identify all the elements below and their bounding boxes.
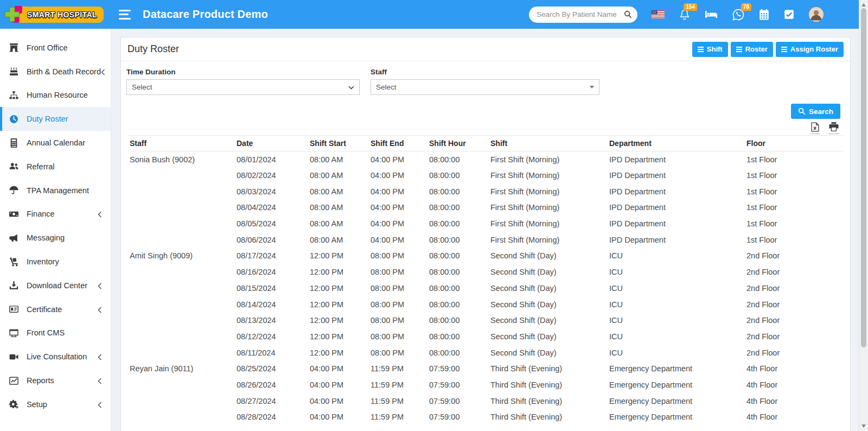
table-cell: 04:00 PM bbox=[308, 377, 368, 393]
sidebar-item-front-cms[interactable]: Front CMS bbox=[0, 321, 111, 345]
sidebar-item-download-center[interactable]: Download Center bbox=[0, 274, 111, 297]
sidebar-item-label: Download Center bbox=[27, 281, 87, 290]
sidebar-item-inventory[interactable]: Inventory bbox=[0, 250, 111, 274]
sidebar-item-live-consultation[interactable]: Live Consultation bbox=[0, 345, 111, 369]
list-icon bbox=[736, 47, 742, 52]
sidebar-item-referral[interactable]: Referral bbox=[0, 155, 111, 179]
assign-roster-button[interactable]: Assign Roster bbox=[776, 42, 844, 57]
table-cell: Reyan Jain (9011) bbox=[127, 360, 234, 377]
table-row: 08/28/202404:00 PM11:59 PM07:59:00Third … bbox=[127, 409, 844, 426]
table-row: 08/15/202412:00 PM08:00 PM08:00:00Second… bbox=[127, 280, 844, 296]
calendar-icon[interactable] bbox=[759, 9, 769, 20]
search-icon[interactable] bbox=[624, 10, 632, 18]
table-cell: 08:00:00 bbox=[427, 232, 488, 248]
sidebar-item-human-resource[interactable]: Human Resource bbox=[0, 84, 111, 107]
table-cell bbox=[127, 200, 234, 216]
table-cell: 1st Floor bbox=[744, 167, 844, 183]
flag-icon[interactable] bbox=[652, 10, 665, 18]
sidebar-item-annual-calendar[interactable]: Annual Calendar bbox=[0, 131, 111, 155]
button-label: Assign Roster bbox=[790, 45, 838, 53]
app-logo[interactable]: SMART HOSPITAL bbox=[0, 0, 111, 29]
table-header-row: StaffDateShift StartShift EndShift HourS… bbox=[127, 136, 844, 151]
table-cell bbox=[127, 280, 234, 296]
sidebar-item-finance[interactable]: Finance bbox=[0, 202, 111, 226]
table-cell bbox=[127, 264, 234, 280]
roster-table-body: Sonia Bush (9002)08/01/202408:00 AM04:00… bbox=[127, 151, 844, 426]
table-cell: 08:00:00 bbox=[427, 280, 488, 296]
table-cell bbox=[127, 409, 234, 426]
table-cell: 08/11/2024 bbox=[234, 345, 308, 361]
table-cell: Second Shift (Day) bbox=[488, 345, 607, 361]
table-cell: 08/12/2024 bbox=[234, 328, 308, 345]
excel-icon[interactable] bbox=[810, 122, 820, 134]
sidebar-item-tpa-management[interactable]: TPA Management bbox=[0, 179, 111, 202]
print-icon[interactable] bbox=[828, 122, 839, 134]
patient-search bbox=[529, 7, 637, 23]
table-row: 08/03/202408:00 AM04:00 PM08:00:00First … bbox=[127, 183, 844, 200]
table-cell: 08/06/2024 bbox=[234, 232, 308, 248]
table-cell: 08:00:00 bbox=[427, 248, 488, 264]
table-cell: 08/15/2024 bbox=[234, 280, 308, 296]
vertical-scrollbar[interactable] bbox=[859, 0, 868, 431]
column-header-shift-start: Shift Start bbox=[308, 136, 368, 151]
chevron-left-icon bbox=[98, 306, 102, 313]
sidebar-item-label: Referral bbox=[27, 162, 55, 171]
bed-icon[interactable] bbox=[705, 10, 718, 19]
time-duration-select[interactable]: Select bbox=[126, 79, 360, 95]
table-cell: 08:00 AM bbox=[308, 232, 368, 248]
search-button[interactable]: Search bbox=[791, 104, 840, 119]
table-row: 08/14/202412:00 PM08:00 PM08:00:00Second… bbox=[127, 296, 844, 313]
scroll-down-arrow[interactable] bbox=[861, 424, 866, 428]
bell-icon[interactable]: 154 bbox=[679, 9, 690, 21]
sidebar-item-messaging[interactable]: Messaging bbox=[0, 226, 111, 250]
whatsapp-icon[interactable]: 78 bbox=[732, 9, 744, 21]
sidebar-item-label: Annual Calendar bbox=[27, 138, 85, 147]
sidebar-item-reports[interactable]: Reports bbox=[0, 369, 111, 392]
sidebar-item-label: Duty Roster bbox=[27, 115, 68, 123]
table-cell: Emergency Department bbox=[607, 409, 744, 426]
table-cell: 4th Floor bbox=[744, 409, 844, 426]
umbrella-icon bbox=[9, 186, 20, 195]
table-cell: 08:00 AM bbox=[308, 183, 368, 200]
tasks-icon[interactable] bbox=[784, 9, 794, 20]
sidebar-item-certificate[interactable]: Certificate bbox=[0, 297, 111, 321]
logo-cross-icon bbox=[4, 5, 24, 24]
notification-badge: 154 bbox=[684, 3, 697, 11]
table-row: 08/02/202408:00 AM04:00 PM08:00:00First … bbox=[127, 167, 844, 183]
patient-search-input[interactable] bbox=[537, 10, 624, 18]
table-cell: 08:00:00 bbox=[427, 200, 488, 216]
table-cell: 08:00:00 bbox=[427, 151, 488, 168]
table-row: 08/27/202404:00 PM11:59 PM07:59:00Third … bbox=[127, 393, 844, 409]
sitemap-icon bbox=[9, 91, 20, 100]
sidebar-item-setup[interactable]: Setup bbox=[0, 392, 111, 416]
menu-toggle-button[interactable] bbox=[119, 10, 131, 20]
sidebar-item-duty-roster[interactable]: Duty Roster bbox=[0, 107, 111, 131]
table-cell: 08:00 PM bbox=[368, 312, 427, 328]
table-cell bbox=[127, 183, 234, 200]
table-row: 08/12/202412:00 PM08:00 PM08:00:00Second… bbox=[127, 328, 844, 345]
duty-roster-table: StaffDateShift StartShift EndShift HourS… bbox=[127, 135, 844, 425]
staff-select[interactable]: Select bbox=[371, 79, 599, 95]
table-cell: 2nd Floor bbox=[744, 264, 844, 280]
table-cell: 08/13/2024 bbox=[234, 312, 308, 328]
list-icon bbox=[781, 47, 787, 52]
column-header-staff: Staff bbox=[127, 136, 234, 151]
sidebar-item-front-office[interactable]: Front Office bbox=[0, 36, 111, 60]
roster-button[interactable]: Roster bbox=[731, 42, 773, 57]
money-icon bbox=[9, 210, 20, 219]
sidebar-item-birth-death-record[interactable]: Birth & Death Record bbox=[0, 60, 111, 84]
avatar[interactable] bbox=[809, 7, 824, 22]
sidebar-item-label: Finance bbox=[27, 210, 55, 218]
shift-button[interactable]: Shift bbox=[692, 42, 728, 57]
table-cell: 04:00 PM bbox=[368, 183, 427, 200]
table-cell: Third Shift (Evening) bbox=[488, 377, 607, 393]
scroll-up-arrow[interactable] bbox=[861, 3, 866, 7]
sidebar: Front OfficeBirth & Death RecordHuman Re… bbox=[0, 29, 111, 431]
table-cell: 08:00 PM bbox=[368, 328, 427, 345]
table-cell: 08/02/2024 bbox=[234, 167, 308, 183]
scrollbar-thumb[interactable] bbox=[861, 8, 866, 347]
sidebar-item-label: Inventory bbox=[27, 257, 59, 266]
table-cell: 12:00 PM bbox=[308, 280, 368, 296]
table-cell: 08:00 PM bbox=[368, 264, 427, 280]
table-cell: 04:00 PM bbox=[308, 409, 368, 426]
